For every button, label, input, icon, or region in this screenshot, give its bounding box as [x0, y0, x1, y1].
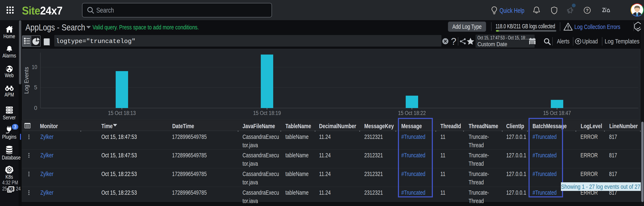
svg-text:Log Events: Log Events	[23, 67, 30, 94]
svg-text:15 Oct 18:19: 15 Oct 18:19	[253, 110, 281, 116]
svg-text:15 Oct 18:22: 15 Oct 18:22	[398, 110, 426, 116]
svg-text:0: 0	[34, 105, 37, 111]
svg-text:?: ?	[586, 8, 589, 12]
svg-text:15 Oct 18:47: 15 Oct 18:47	[543, 110, 571, 116]
svg-text:10: 10	[32, 64, 37, 70]
svg-text:5: 5	[34, 84, 37, 91]
svg-text:15 Oct 18:13: 15 Oct 18:13	[108, 110, 136, 116]
